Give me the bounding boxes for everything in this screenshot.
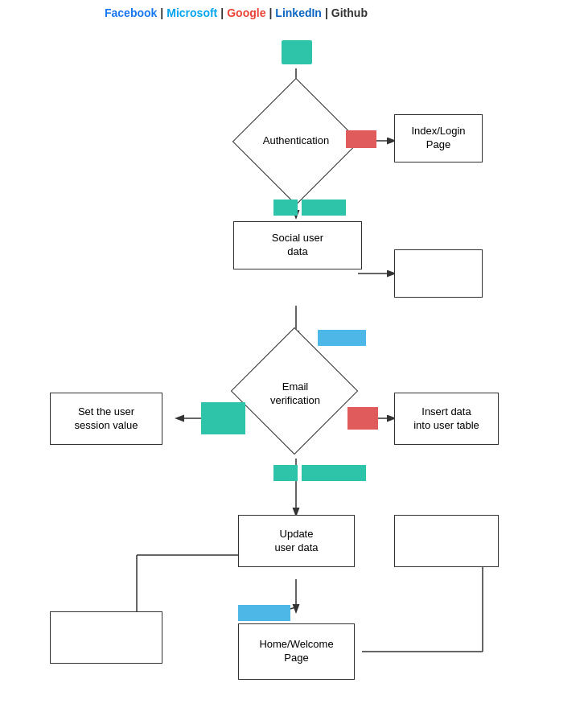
facebook-link[interactable]: Facebook [105, 6, 157, 19]
bottom-left-box [50, 611, 162, 664]
update-user-data-box: Update user data [238, 515, 355, 567]
authentication-label: Authentication [233, 105, 359, 177]
home-welcome-box: Home/Welcome Page [238, 623, 355, 680]
auth-yes-block1 [273, 200, 298, 216]
email-verification-label: Email verification [232, 362, 359, 426]
email-bottom-teal1 [273, 465, 298, 481]
header-links: Facebook | Microsoft | Google | LinkedIn… [105, 6, 368, 19]
auth-no-block [346, 130, 376, 148]
right-box-2 [394, 515, 499, 567]
email-left-teal [201, 402, 245, 434]
microsoft-link[interactable]: Microsoft [167, 6, 217, 19]
sep3: | [269, 6, 272, 19]
github-link[interactable]: Github [331, 6, 368, 19]
email-right-red [347, 407, 378, 430]
insert-data-box: Insert data into user table [394, 393, 499, 445]
set-user-session-box: Set the user session value [50, 393, 162, 445]
sep2: | [220, 6, 224, 19]
email-bottom-teal2 [302, 465, 366, 481]
sep1: | [160, 6, 163, 19]
social-blue-block [318, 330, 366, 346]
auth-yes-block2 [302, 200, 346, 216]
flowchart: Facebook | Microsoft | Google | LinkedIn… [0, 0, 588, 724]
google-link[interactable]: Google [227, 6, 265, 19]
linkedin-link[interactable]: LinkedIn [275, 6, 322, 19]
update-blue-block [238, 605, 290, 621]
index-login-box: Index/Login Page [394, 114, 483, 162]
right-box-1 [394, 249, 483, 298]
sep4: | [325, 6, 328, 19]
start-block [282, 40, 312, 64]
social-user-data-box: Social user data [233, 221, 362, 269]
